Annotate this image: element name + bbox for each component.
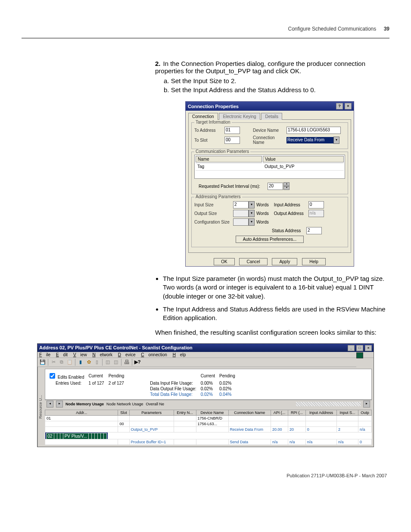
current-header: Current [201, 372, 218, 380]
vertical-tab[interactable]: Resource U... [37, 367, 43, 447]
nav-left-icon[interactable]: ◂ [47, 401, 53, 408]
window-icon[interactable] [356, 352, 363, 358]
col-iaddr[interactable]: Input Address [305, 410, 336, 415]
connection-name-select[interactable]: Receive Data From [286, 137, 333, 143]
col-outp[interactable]: Outp [358, 410, 372, 415]
tool-icon[interactable]: ✿ [85, 359, 92, 366]
scrollbar-track[interactable] [296, 402, 361, 406]
to-slot-field[interactable]: 00 [224, 137, 240, 144]
tab-node-network[interactable]: Node Network Usage [106, 402, 143, 406]
menu-view[interactable]: View [73, 352, 87, 357]
device-name-label: Device Name [253, 128, 286, 133]
scanlist-titlebar: Address 02, PV Plus/PV Plus CE ControlNe… [37, 344, 374, 352]
step-2: 2.In the Connection Properties dialog, c… [155, 60, 389, 75]
col-params[interactable]: Parameters [129, 410, 174, 415]
whatsthis-icon[interactable]: ▶? [134, 359, 141, 366]
toolbar: 💾 ✂ ⧉ 📋 ▮ ✿ ▯ ◫ ◫ 品 ▶? [37, 358, 356, 367]
tdfu-label: Total Data File Usage: [150, 392, 199, 397]
addressing-group: Addressing Parameters Input Size 2▾ Word… [191, 197, 348, 247]
tool-icon[interactable]: ◫ [104, 359, 111, 366]
table-row[interactable]: 02PV Plus/V... [45, 432, 108, 439]
comm-params-group: Communication Parameters NameValue TagOu… [191, 152, 348, 194]
menu-edit[interactable]: Edit [56, 352, 68, 357]
tab-electronic-keying[interactable]: Electronic Keying [219, 113, 260, 120]
cancel-button[interactable]: Cancel [239, 258, 267, 265]
substep-b: b. Set the Input Address and the Status … [164, 86, 389, 93]
menu-connection[interactable]: Connection [141, 352, 167, 357]
to-address-label: To Address [194, 128, 224, 133]
minimize-icon[interactable]: _ [348, 345, 355, 351]
words-label: Words [256, 211, 269, 216]
ok-button[interactable]: OK [214, 258, 234, 265]
spin-up-icon[interactable]: ▴ [283, 182, 290, 186]
table-row[interactable]: Output_to_PVPReceive Data From20.002002n… [45, 426, 372, 432]
menu-file[interactable]: File [39, 352, 50, 357]
menu-help[interactable]: Help [173, 352, 186, 357]
tool-icon[interactable]: ◫ [112, 359, 119, 366]
spin-down-icon[interactable]: ▾ [283, 186, 290, 190]
entries-pending: 2 of 127 [109, 381, 128, 386]
edits-enabled-checkbox[interactable] [50, 373, 55, 379]
col-entry[interactable]: Entry N... [174, 410, 196, 415]
tab-node-memory[interactable]: Node Memory Usage [65, 402, 104, 406]
table-row[interactable]: Produce Buffer ID=1Send Datan/an/an/an/a… [45, 439, 372, 445]
input-size-label: Input Size [194, 202, 233, 207]
dofu-pending: 0.02% [219, 386, 239, 391]
col-api[interactable]: API (... [271, 410, 288, 415]
row-tag-value: Output_to_PVP [263, 163, 344, 169]
col-slot[interactable]: Slot [118, 410, 129, 415]
pending-header: Pending [219, 372, 239, 380]
col-rpi[interactable]: RPI (... [288, 410, 306, 415]
menu-network[interactable]: Network [92, 352, 112, 357]
section-title: Configure Scheduled Communications [288, 26, 377, 32]
scanlist-window: Address 02, PV Plus/PV Plus CE ControlNe… [37, 343, 374, 447]
table-row[interactable]: 001756-L63... [45, 421, 372, 426]
col-isize[interactable]: Input S... [337, 410, 358, 415]
step-text: In the Connection Properties dialog, con… [155, 60, 365, 75]
maximize-icon[interactable]: □ [356, 345, 363, 351]
tab-details[interactable]: Details [261, 113, 282, 120]
table-row[interactable]: 011756-CNBR/D [45, 415, 372, 421]
close-icon[interactable]: × [365, 345, 372, 351]
menubar: File Edit View Network Device Connection… [37, 352, 374, 358]
auto-address-button[interactable]: Auto Address Preferences... [236, 236, 304, 243]
current-header: Current [89, 372, 108, 380]
status-address-field[interactable]: 2 [306, 227, 322, 234]
tab-overall[interactable]: Overall Ne [146, 402, 165, 406]
scanlist-grid: Addr... Slot Parameters Entry N... Devic… [45, 410, 372, 445]
bullet-1: The Input Size parameter (in words) must… [163, 274, 389, 301]
dialog-titlebar: Connection Properties ? × [186, 102, 354, 111]
substep-a: a. Set the Input Size to 2. [164, 77, 389, 84]
chevron-down-icon[interactable]: ▾ [249, 201, 255, 208]
help-button[interactable]: Help [302, 258, 326, 265]
scanlist-title: Address 02, PV Plus/PV Plus CE ControlNe… [39, 345, 193, 350]
config-size-label: Configuration Size [194, 220, 233, 224]
dialog-title: Connection Properties [188, 104, 239, 109]
step-number: 2. [155, 60, 161, 67]
col-conn[interactable]: Connection Name [228, 410, 271, 415]
scroll-right-icon[interactable]: ▸ [363, 401, 370, 408]
col-device[interactable]: Device Name [196, 410, 228, 415]
rpi-field[interactable]: 20 [268, 183, 283, 190]
entries-used-label: Entries Used: [48, 381, 88, 386]
close-icon[interactable]: × [345, 103, 352, 109]
apply-button[interactable]: Apply [272, 258, 297, 265]
to-address-field[interactable]: 01 [224, 127, 240, 134]
menu-device[interactable]: Device [118, 352, 136, 357]
input-address-field[interactable]: 0 [308, 201, 324, 208]
difu-pending: 0.02% [219, 381, 239, 386]
tdfu-current: 0.02% [201, 392, 218, 397]
tool-icon[interactable]: ▮ [77, 359, 84, 366]
rpi-label: Requested Packet Interval (ms): [199, 184, 268, 189]
col-addr[interactable]: Addr... [45, 410, 118, 415]
save-icon[interactable]: 💾 [39, 359, 46, 366]
tab-connection[interactable]: Connection [188, 113, 218, 120]
input-size-field[interactable]: 2 [233, 201, 249, 208]
chevron-down-icon[interactable]: ▾ [333, 137, 339, 144]
bullet-2: The Input Address and Status Address fie… [163, 305, 389, 323]
nav-right-icon[interactable]: ▸ [56, 401, 63, 408]
to-slot-label: To Slot [194, 138, 224, 143]
tool-icon[interactable]: ▯ [93, 359, 100, 366]
help-icon[interactable]: ? [336, 103, 343, 109]
network-icon[interactable]: 品 [123, 359, 130, 366]
